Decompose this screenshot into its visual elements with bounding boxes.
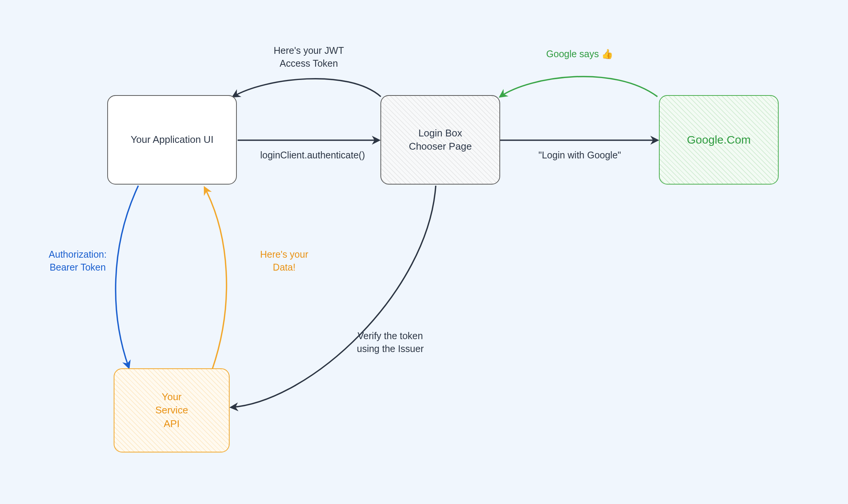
node-your-service-api: Your Service API: [114, 368, 230, 452]
edge-google-says: [500, 77, 657, 97]
edge-jwt-token: [233, 79, 381, 97]
node-label: Login Box Chooser Page: [409, 127, 472, 153]
node-google-com: Google.Com: [659, 95, 779, 185]
node-your-application-ui: Your Application UI: [107, 95, 237, 185]
edge-label-google-says: Google says 👍: [532, 48, 627, 61]
edge-heres-data: [205, 188, 227, 369]
edge-label-heres-data: Here's your Data!: [246, 248, 322, 274]
edge-label-authenticate: loginClient.authenticate(): [243, 149, 383, 162]
edge-label-jwt-token: Here's your JWT Access Token: [250, 44, 368, 70]
node-login-box-chooser: Login Box Chooser Page: [380, 95, 500, 185]
edge-label-verify-token: Verify the token using the Issuer: [333, 330, 447, 355]
node-label: Google.Com: [687, 132, 751, 148]
edge-verify-token: [231, 186, 436, 407]
edge-bearer-token: [116, 186, 138, 368]
diagram-canvas: Your Application UI Login Box Chooser Pa…: [0, 0, 848, 504]
node-label: Your Service API: [155, 390, 188, 430]
edge-label-bearer-token: Authorization: Bearer Token: [36, 248, 119, 274]
edge-label-login-with-google: "Login with Google": [521, 149, 638, 162]
node-label: Your Application UI: [131, 133, 214, 146]
